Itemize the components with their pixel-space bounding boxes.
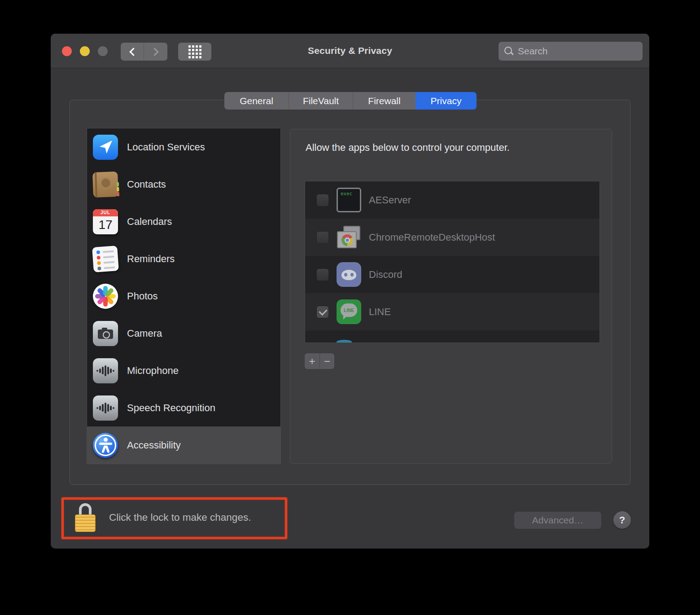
annotation-box <box>61 497 287 539</box>
help-button[interactable]: ? <box>613 511 631 529</box>
discord-checkbox[interactable] <box>316 268 329 281</box>
advanced-button[interactable]: Advanced… <box>514 512 601 529</box>
app-row-chromeremotedesktophost[interactable]: ChromeRemoteDesktopHost <box>305 219 599 256</box>
sidebar-item-label: Contacts <box>127 179 166 190</box>
title-bar: Security & Privacy Search <box>51 34 649 68</box>
exec-label: exec <box>341 191 353 197</box>
add-remove-buttons: + − <box>305 353 334 369</box>
sidebar-item-label: Microphone <box>127 365 179 377</box>
app-row-line[interactable]: LINE LINE <box>305 293 599 330</box>
exec-terminal-icon: exec <box>337 188 361 212</box>
remove-app-button[interactable]: − <box>319 353 334 369</box>
line-bubble-label: LINE <box>341 303 357 317</box>
partial-app-icon <box>337 340 352 343</box>
accessibility-icon <box>93 433 118 458</box>
sidebar-item-accessibility[interactable]: Accessibility <box>87 426 280 464</box>
app-row-aeserver[interactable]: exec AEServer <box>305 181 599 219</box>
sidebar-item-speech-recognition[interactable]: Speech Recognition <box>87 389 280 426</box>
app-row-partial[interactable] <box>305 330 599 343</box>
app-list: exec AEServer ChromeRemoteDesktopHost Di… <box>305 181 600 343</box>
tab-general[interactable]: General <box>224 92 289 110</box>
calendars-icon: JUL 17 <box>93 209 118 234</box>
sidebar-item-photos[interactable]: Photos <box>87 277 280 315</box>
sidebar-item-calendars[interactable]: JUL 17 Calendars <box>87 203 280 240</box>
sidebar-item-label: Speech Recognition <box>127 402 215 414</box>
chrome-remote-desktop-icon <box>337 225 361 250</box>
panel-header: Allow the apps below to control your com… <box>306 142 510 154</box>
sidebar-item-label: Photos <box>127 290 158 302</box>
tab-firewall[interactable]: Firewall <box>353 92 416 110</box>
calendar-day-label: 17 <box>93 216 118 234</box>
sidebar-item-camera[interactable]: Camera <box>87 315 280 352</box>
microphone-icon <box>93 358 118 383</box>
tab-filevault[interactable]: FileVault <box>289 92 353 110</box>
search-icon <box>504 46 514 56</box>
speech-recognition-icon <box>93 395 118 421</box>
search-input[interactable]: Search <box>499 42 643 61</box>
sidebar-item-label: Camera <box>127 328 162 339</box>
add-app-button[interactable]: + <box>305 353 319 369</box>
sidebar-item-location-services[interactable]: Location Services <box>87 128 280 166</box>
line-icon: LINE <box>337 299 361 324</box>
location-services-icon <box>93 135 118 160</box>
line-checkbox[interactable] <box>316 306 329 318</box>
app-name: LINE <box>369 306 391 318</box>
photos-icon <box>93 284 118 309</box>
chromeremotedesktophost-checkbox[interactable] <box>316 231 329 244</box>
calendar-month-label: JUL <box>93 209 118 216</box>
reminders-icon <box>92 246 119 272</box>
app-name: AEServer <box>369 194 411 206</box>
sidebar-item-label: Accessibility <box>127 439 181 451</box>
app-name: ChromeRemoteDesktopHost <box>369 232 495 243</box>
tab-bar: General FileVault Firewall Privacy <box>224 92 477 110</box>
sidebar-item-microphone[interactable]: Microphone <box>87 352 280 389</box>
sidebar-item-reminders[interactable]: Reminders <box>87 240 280 277</box>
security-privacy-window: Security & Privacy Search General FileVa… <box>51 34 649 549</box>
sidebar-item-contacts[interactable]: Contacts <box>87 166 280 203</box>
sidebar-item-label: Reminders <box>127 253 175 265</box>
privacy-category-list: Location Services Contacts JUL 17 Calend… <box>87 128 281 464</box>
sidebar-item-label: Calendars <box>127 216 172 228</box>
search-placeholder: Search <box>518 46 548 57</box>
app-name: Discord <box>369 269 402 281</box>
aeserver-checkbox[interactable] <box>316 194 329 206</box>
tab-privacy[interactable]: Privacy <box>416 92 477 110</box>
sidebar-item-label: Location Services <box>127 141 205 153</box>
accessibility-panel: Allow the apps below to control your com… <box>290 129 612 464</box>
contacts-icon <box>92 171 118 198</box>
discord-icon <box>337 262 361 287</box>
camera-icon <box>93 321 118 346</box>
app-row-discord[interactable]: Discord <box>305 256 599 293</box>
